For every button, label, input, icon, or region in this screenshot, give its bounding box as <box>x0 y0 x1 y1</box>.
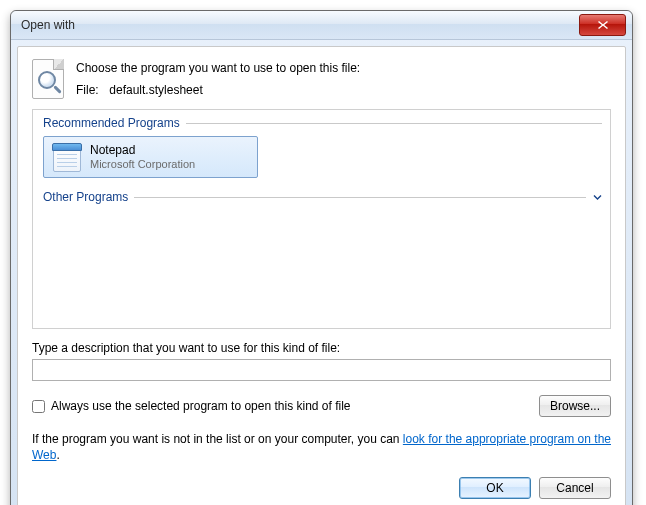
window-title: Open with <box>17 18 579 32</box>
program-item-notepad[interactable]: Notepad Microsoft Corporation <box>43 136 258 178</box>
open-with-dialog: Open with Choose the program you want to… <box>10 10 633 505</box>
program-vendor: Microsoft Corporation <box>90 158 195 170</box>
close-icon <box>597 20 609 30</box>
close-button[interactable] <box>579 14 626 36</box>
help-prefix: If the program you want is not in the li… <box>32 432 403 446</box>
ok-button[interactable]: OK <box>459 477 531 499</box>
intro-text: Choose the program you want to use to op… <box>76 59 360 99</box>
notepad-icon <box>50 141 82 173</box>
chevron-down-icon[interactable] <box>592 192 602 202</box>
always-use-text: Always use the selected program to open … <box>51 399 351 413</box>
recommended-header: Recommended Programs <box>33 110 610 134</box>
intro: Choose the program you want to use to op… <box>32 59 611 99</box>
description-input[interactable] <box>32 359 611 381</box>
help-text: If the program you want is not in the li… <box>32 431 611 463</box>
help-suffix: . <box>56 448 59 462</box>
choose-label: Choose the program you want to use to op… <box>76 61 360 75</box>
description-label: Type a description that you want to use … <box>32 341 611 355</box>
program-text: Notepad Microsoft Corporation <box>90 144 195 169</box>
client-area: Choose the program you want to use to op… <box>17 46 626 505</box>
other-header[interactable]: Other Programs <box>33 184 610 208</box>
recommended-label: Recommended Programs <box>43 116 180 130</box>
browse-button[interactable]: Browse... <box>539 395 611 417</box>
other-label: Other Programs <box>43 190 128 204</box>
cancel-button[interactable]: Cancel <box>539 477 611 499</box>
file-name: default.stylesheet <box>109 83 202 97</box>
dialog-buttons: OK Cancel <box>32 477 611 499</box>
document-search-icon <box>32 59 64 99</box>
always-use-checkbox[interactable] <box>32 400 45 413</box>
file-label: File: <box>76 83 106 97</box>
always-use-label[interactable]: Always use the selected program to open … <box>32 399 533 413</box>
programs-list: Recommended Programs Notepad Microsoft C… <box>32 109 611 329</box>
program-name: Notepad <box>90 144 195 157</box>
titlebar[interactable]: Open with <box>11 11 632 40</box>
